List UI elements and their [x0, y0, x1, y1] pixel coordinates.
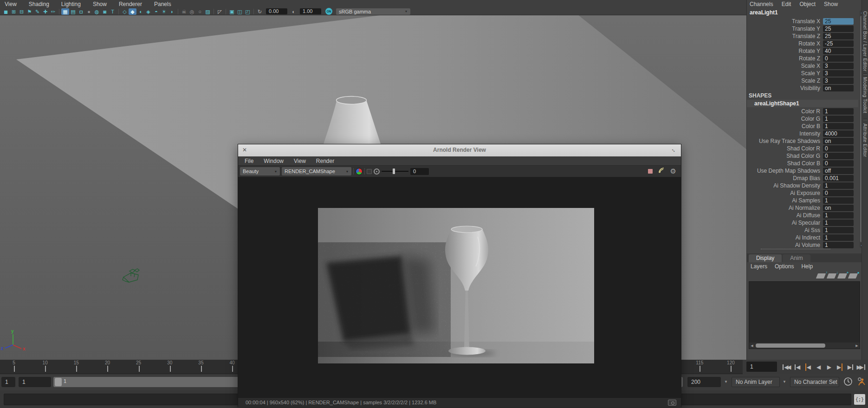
play-backwards-button[interactable]: ◀	[813, 362, 824, 373]
channel-value-field[interactable]: 1	[823, 212, 854, 219]
slider-handle[interactable]	[393, 168, 395, 174]
menu-show[interactable]: Show	[93, 1, 107, 7]
anim-start-field[interactable]: 1	[1, 377, 15, 387]
channel-value-field[interactable]: 1	[823, 123, 854, 130]
channel-value-field[interactable]: 0	[823, 153, 854, 159]
contrast-icon[interactable]: ◐	[290, 8, 298, 15]
exposure-value-field[interactable]: 0	[410, 168, 429, 175]
textured-icon[interactable]: ◈	[144, 8, 152, 15]
step-forward-frame-button[interactable]: ▶	[845, 362, 856, 373]
wireframe-icon[interactable]: ◇	[121, 8, 129, 15]
menu-edit[interactable]: Edit	[782, 1, 791, 7]
script-editor-icon[interactable]: ··· {;}	[854, 394, 865, 405]
live-render-icon[interactable]	[658, 167, 665, 175]
tab-channel-box-layer-editor[interactable]: Channel Box / Layer Editor	[862, 11, 868, 71]
menu-lighting[interactable]: Lighting	[61, 1, 81, 7]
grease-pencil-icon[interactable]: ✎	[33, 8, 41, 15]
scroll-left-icon[interactable]: ◀	[749, 343, 755, 349]
channel-value-field[interactable]: -25	[823, 40, 854, 47]
checker-material-icon[interactable]: ◓	[152, 8, 160, 15]
step-back-frame-button[interactable]: ◀	[792, 362, 803, 373]
menu-shading[interactable]: Shading	[29, 1, 49, 7]
play-forward-button[interactable]: ▶	[824, 362, 835, 373]
playback-options-icon[interactable]	[843, 376, 853, 389]
snap-transform-icon[interactable]: ✚	[41, 8, 49, 15]
layer-list-hscrollbar[interactable]: ◀ ▶	[749, 343, 860, 349]
menu-view[interactable]: View	[5, 1, 17, 7]
gamma-select[interactable]: sRGB gamma▼	[336, 8, 410, 15]
annotate-pencil-icon[interactable]: ✏	[49, 8, 57, 15]
end-range-dropdown-icon[interactable]: ▼	[724, 380, 728, 384]
camera-select[interactable]: RENDER_CAMShape ▼	[282, 167, 351, 175]
channel-value-field[interactable]: 0.001	[823, 175, 854, 181]
camcorder-icon[interactable]: ◼	[2, 8, 10, 15]
tab-display[interactable]: Display	[749, 254, 782, 262]
pane-layout-quad-icon[interactable]: ◰	[244, 8, 252, 15]
create-layer-from-selection-icon[interactable]: ●	[848, 273, 858, 278]
channel-value-field[interactable]: on	[823, 138, 854, 144]
channel-value-field[interactable]: 1	[823, 197, 854, 204]
current-frame-field[interactable]: 1	[746, 362, 777, 372]
field-chart-icon[interactable]: ◍	[93, 8, 101, 15]
xray-icon[interactable]: ☠	[180, 8, 188, 15]
channel-value-field[interactable]: 3	[823, 63, 854, 69]
camera-settings-icon[interactable]: ⊟	[18, 8, 26, 15]
menu-renderer[interactable]: Renderer	[119, 1, 142, 7]
ipr-checkbox[interactable]	[367, 169, 372, 174]
aov-select[interactable]: Beauty ▼	[240, 167, 280, 175]
isolate-select-icon[interactable]: ◸	[216, 8, 224, 15]
anim-layer-select[interactable]: No Anim Layer	[732, 377, 780, 387]
hscrollbar-thumb[interactable]	[756, 343, 825, 348]
bookmark-icon[interactable]: ⚑	[26, 8, 33, 15]
shape-node-name[interactable]: areaLightShape1	[747, 100, 858, 107]
menu-options[interactable]: Options	[775, 263, 794, 270]
channel-value-field[interactable]: off	[823, 168, 854, 174]
pane-layout-single-icon[interactable]: ▣	[228, 8, 236, 15]
exposure-icon[interactable]	[374, 168, 380, 175]
channel-value-field[interactable]: 25	[823, 26, 854, 32]
channel-value-field[interactable]: 1	[823, 227, 854, 233]
step-forward-key-button[interactable]: ▶	[835, 362, 845, 373]
xray-joints-icon[interactable]: ◎	[188, 8, 196, 15]
bounding-box-icon[interactable]: ◖	[136, 8, 144, 15]
channel-value-field[interactable]: 1	[823, 242, 854, 248]
gear-icon[interactable]: ⚙	[670, 167, 676, 175]
channel-value-field[interactable]: 1	[823, 220, 854, 226]
channel-value-field[interactable]: 3	[823, 70, 854, 77]
shadows-icon[interactable]: ◗	[168, 8, 176, 15]
channel-value-field[interactable]: 0	[823, 190, 854, 196]
exposure-icon[interactable]: ↻	[256, 8, 264, 15]
create-empty-layer-icon[interactable]: +	[837, 273, 847, 278]
safe-title-icon[interactable]: T	[109, 8, 117, 15]
rgb-channels-icon[interactable]	[356, 168, 363, 175]
channel-value-field[interactable]: on	[823, 85, 854, 91]
menu-help[interactable]: Help	[801, 263, 813, 270]
channel-value-field[interactable]: 0	[823, 145, 854, 152]
menu-channels[interactable]: Channels	[750, 1, 773, 7]
menu-show-cb[interactable]: Show	[824, 1, 838, 7]
channel-value-field[interactable]: 25	[823, 18, 854, 25]
tab-modeling-toolkit[interactable]: Modeling Toolkit	[862, 77, 868, 113]
abort-render-icon[interactable]	[648, 169, 653, 174]
playback-end-field[interactable]: 200	[687, 377, 721, 387]
gate-mask-icon[interactable]: ●	[85, 8, 93, 15]
channel-value-field[interactable]: 25	[823, 33, 854, 39]
menu-view-arnold[interactable]: View	[294, 158, 306, 164]
safe-action-icon[interactable]: ◙	[101, 8, 109, 15]
tab-attribute-editor[interactable]: Attribute Editor	[862, 123, 868, 157]
channel-value-field[interactable]: 0	[823, 55, 854, 62]
channel-value-field[interactable]: 40	[823, 48, 854, 54]
window-titlebar[interactable]: ✕ Arnold Render View ↔	[238, 144, 681, 156]
menu-render[interactable]: Render	[316, 158, 334, 164]
camera-key-icon[interactable]: ⊞	[10, 8, 18, 15]
layer-list[interactable]: ◀ ▶	[749, 281, 860, 349]
move-layer-down-icon[interactable]: ↓	[827, 273, 836, 278]
channel-value-field[interactable]: 1	[823, 234, 854, 241]
channel-value-field[interactable]: 1	[823, 108, 854, 115]
go-to-end-button[interactable]: ▶▶	[855, 362, 866, 373]
tab-anim[interactable]: Anim	[783, 254, 810, 262]
playback-start-field[interactable]: 1	[19, 377, 51, 387]
arnold-render-view-window[interactable]: ✕ Arnold Render View ↔ File Window View …	[238, 144, 681, 407]
film-gate-icon[interactable]: ▤	[69, 8, 77, 15]
grid-icon[interactable]: ▦	[61, 8, 69, 15]
